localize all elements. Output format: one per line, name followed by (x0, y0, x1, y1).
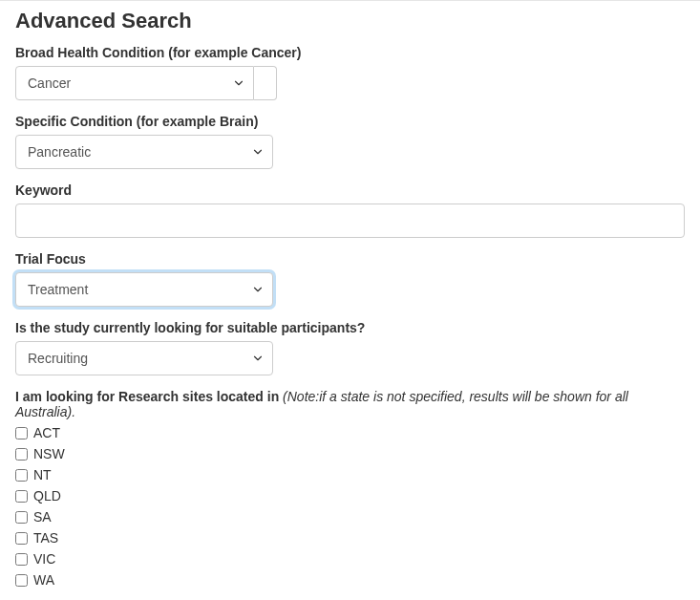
location-checkbox-nsw[interactable] (15, 448, 28, 461)
location-option-nsw: NSW (15, 446, 685, 461)
location-checkbox-sa[interactable] (15, 511, 28, 524)
keyword-label: Keyword (15, 182, 685, 198)
location-checkbox-wa[interactable] (15, 574, 28, 587)
location-option-nt: NT (15, 467, 685, 482)
location-option-act: ACT (15, 425, 685, 440)
location-option-vic: VIC (15, 551, 685, 567)
location-checkbox-label[interactable]: SA (33, 509, 52, 525)
location-option-qld: QLD (15, 488, 685, 504)
page-title: Advanced Search (15, 9, 685, 33)
location-checkbox-list: ACT NSW NT QLD SA TAS (15, 425, 685, 588)
location-label: I am looking for Research sites located … (15, 389, 685, 419)
location-checkbox-label[interactable]: WA (33, 572, 54, 588)
location-field: I am looking for Research sites located … (15, 389, 685, 588)
location-checkbox-label[interactable]: TAS (33, 530, 58, 546)
recruiting-label: Is the study currently looking for suita… (15, 320, 685, 335)
trial-focus-label: Trial Focus (15, 251, 685, 267)
location-checkbox-nt[interactable] (15, 469, 28, 482)
location-option-sa: SA (15, 509, 685, 525)
broad-condition-field: Broad Health Condition (for example Canc… (15, 45, 685, 100)
location-checkbox-label[interactable]: NT (33, 467, 52, 482)
specific-condition-label: Specific Condition (for example Brain) (15, 114, 685, 129)
location-option-tas: TAS (15, 530, 685, 546)
recruiting-field: Is the study currently looking for suita… (15, 320, 685, 375)
location-checkbox-act[interactable] (15, 427, 28, 439)
location-checkbox-label[interactable]: VIC (33, 551, 55, 567)
specific-condition-select[interactable]: Pancreatic (15, 135, 273, 169)
specific-condition-field: Specific Condition (for example Brain) P… (15, 114, 685, 169)
location-checkbox-label[interactable]: QLD (33, 488, 61, 504)
trial-focus-field: Trial Focus Treatment (15, 251, 685, 307)
location-checkbox-label[interactable]: NSW (33, 446, 65, 461)
location-checkbox-label[interactable]: ACT (33, 425, 60, 440)
location-option-wa: WA (15, 572, 685, 588)
broad-condition-adjunct (254, 66, 277, 100)
location-checkbox-vic[interactable] (15, 553, 28, 566)
keyword-input[interactable] (15, 204, 685, 238)
broad-condition-label: Broad Health Condition (for example Canc… (15, 45, 685, 60)
trial-focus-select[interactable]: Treatment (15, 272, 273, 307)
recruiting-select[interactable]: Recruiting (15, 341, 273, 375)
location-label-prefix: I am looking for Research sites located … (15, 389, 283, 404)
location-checkbox-qld[interactable] (15, 490, 28, 503)
keyword-field: Keyword (15, 182, 685, 238)
location-checkbox-tas[interactable] (15, 532, 28, 545)
broad-condition-select[interactable]: Cancer (15, 66, 254, 100)
